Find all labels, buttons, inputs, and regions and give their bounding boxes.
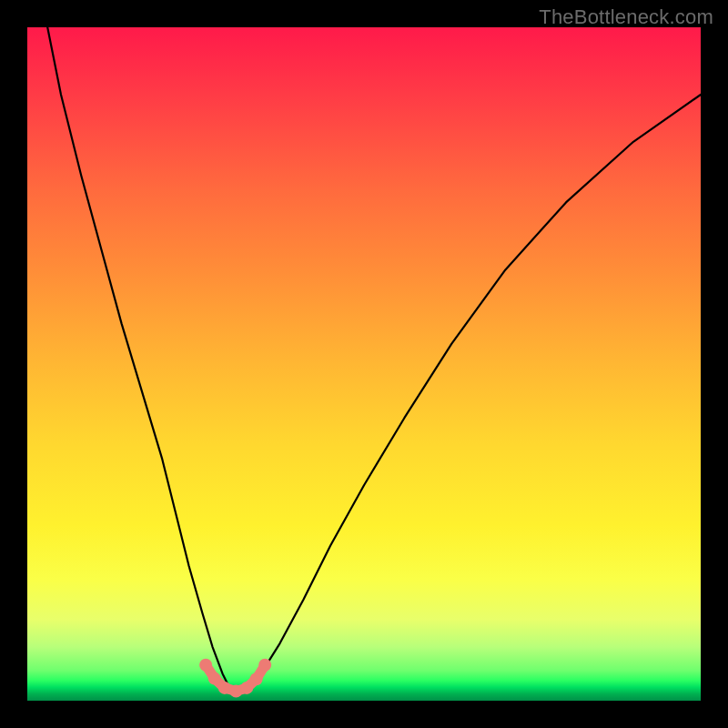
sweet-spot-marker: [240, 682, 253, 694]
plot-area: [27, 27, 701, 701]
sweet-spot-marker: [229, 685, 242, 698]
chart-overlay: [27, 27, 701, 701]
sweet-spot-marker: [208, 672, 221, 685]
sweet-spot-marker: [218, 682, 231, 694]
sweet-spot-marker: [258, 659, 271, 672]
sweet-spot-marker: [250, 672, 263, 685]
sweet-spot-markers: [199, 659, 271, 698]
bottleneck-curve: [47, 27, 701, 693]
watermark-text: TheBottleneck.com: [539, 5, 713, 29]
sweet-spot-marker: [199, 659, 212, 672]
chart-frame: TheBottleneck.com: [0, 0, 728, 728]
